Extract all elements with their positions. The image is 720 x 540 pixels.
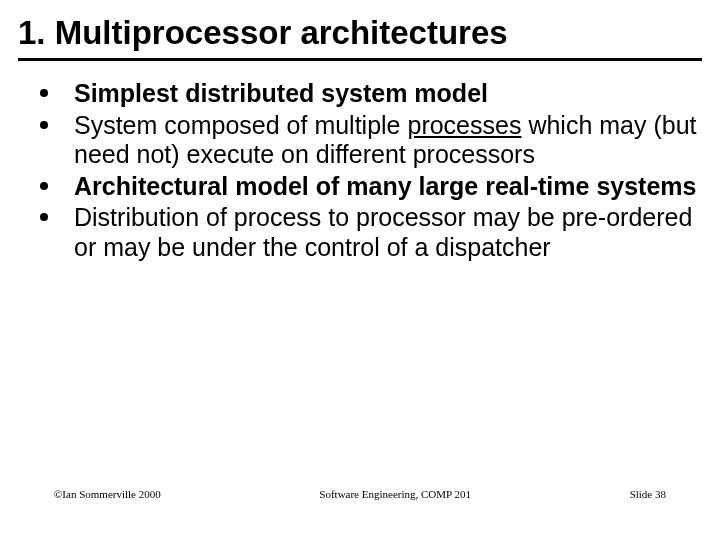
bullet-1-text: Simplest distributed system model bbox=[74, 79, 488, 107]
footer-right: Slide 38 bbox=[630, 488, 666, 500]
bullet-3-text: Architectural model of many large real-t… bbox=[74, 172, 696, 200]
footer-center: Software Engineering, COMP 201 bbox=[161, 488, 630, 500]
bullet-2-underline: processes bbox=[407, 111, 521, 139]
bullet-list: Simplest distributed system model System… bbox=[34, 79, 702, 262]
bullet-item-2: System composed of multiple processes wh… bbox=[34, 111, 702, 170]
bullet-item-1: Simplest distributed system model bbox=[34, 79, 702, 109]
bullet-4-text: Distribution of process to processor may… bbox=[74, 203, 692, 261]
bullet-item-3: Architectural model of many large real-t… bbox=[34, 172, 702, 202]
slide: 1. Multiprocessor architectures Simplest… bbox=[0, 0, 720, 540]
footer-left: ©Ian Sommerville 2000 bbox=[54, 488, 161, 500]
bullet-2-text-a: System composed of multiple bbox=[74, 111, 407, 139]
bullet-item-4: Distribution of process to processor may… bbox=[34, 203, 702, 262]
footer: ©Ian Sommerville 2000 Software Engineeri… bbox=[0, 488, 720, 500]
slide-title: 1. Multiprocessor architectures bbox=[18, 14, 702, 61]
